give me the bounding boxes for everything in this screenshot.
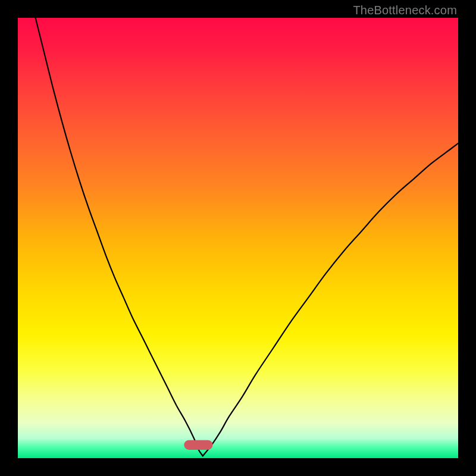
bottleneck-chart [18, 18, 458, 458]
chart-area [18, 18, 458, 458]
watermark-text: TheBottleneck.com [353, 4, 457, 17]
gradient-background [18, 18, 458, 458]
bottleneck-marker [184, 440, 212, 450]
